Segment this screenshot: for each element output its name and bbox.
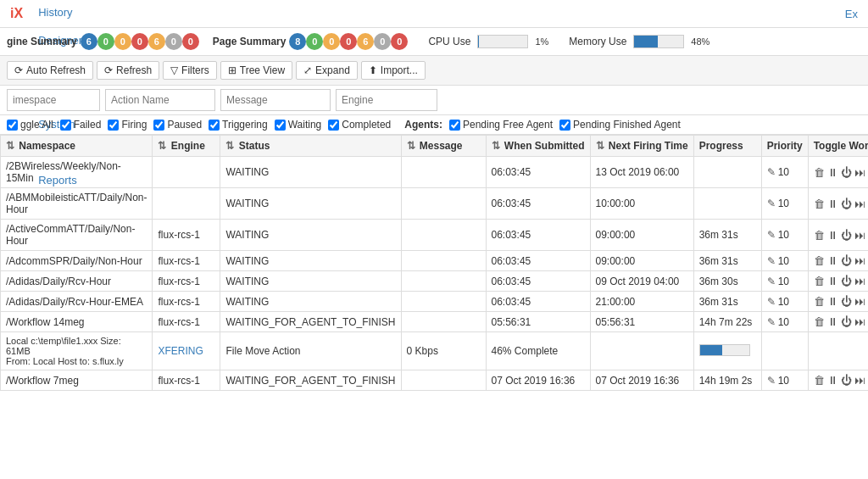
filters-button[interactable]: ▽ Filters — [163, 61, 217, 80]
message-filter[interactable] — [220, 89, 331, 111]
pause-icon[interactable]: ⏸ — [827, 166, 838, 179]
cell-submitted: 06:03:45 — [486, 251, 590, 271]
cell-status: WAITING — [220, 292, 401, 312]
page-badge: 0 — [306, 33, 323, 50]
pause-icon[interactable]: ⏸ — [827, 198, 838, 210]
edit-icon[interactable]: ✎ — [767, 316, 776, 328]
cell-engine: flux-rcs-1 — [153, 271, 220, 292]
priority-value: 10 — [778, 255, 789, 267]
memory-value: 48% — [691, 36, 709, 47]
power-icon[interactable]: ⏻ — [841, 254, 852, 267]
expand-button[interactable]: ⤢ Expand — [296, 61, 358, 80]
page-badge: 0 — [340, 33, 357, 50]
fast-forward-icon[interactable]: ⏭ — [854, 254, 865, 267]
power-icon[interactable]: ⏻ — [841, 198, 852, 210]
fast-forward-icon[interactable]: ⏭ — [854, 295, 865, 308]
delete-icon[interactable]: 🗑 — [814, 229, 825, 242]
completed-checkbox[interactable] — [328, 120, 339, 131]
nav-right-label[interactable]: Ex — [845, 8, 865, 20]
pause-icon[interactable]: ⏸ — [827, 315, 838, 328]
pause-icon[interactable]: ⏸ — [827, 275, 838, 287]
refresh-button[interactable]: ⟳ Refresh — [97, 61, 159, 80]
col-header-firing[interactable]: ⇅ Next Firing Time — [590, 136, 693, 157]
namespace-filter[interactable] — [7, 89, 100, 111]
col-header-submitted[interactable]: ⇅ When Submitted — [486, 136, 590, 157]
triggering-label[interactable]: Triggering — [209, 119, 268, 131]
pause-icon[interactable]: ⏸ — [827, 295, 838, 308]
cell-firing: 09 Oct 2019 04:00 — [590, 271, 693, 292]
delete-icon[interactable]: 🗑 — [814, 374, 825, 387]
pending-free-agent-checkbox[interactable] — [449, 120, 460, 131]
failed-checkbox[interactable] — [60, 120, 71, 131]
toggle-all-checkbox[interactable] — [7, 120, 18, 131]
paused-label[interactable]: Paused — [153, 119, 202, 131]
fast-forward-icon[interactable]: ⏭ — [854, 166, 865, 179]
cell-progress: 36m 30s — [693, 271, 761, 292]
cell-engine — [153, 157, 220, 188]
fast-forward-icon[interactable]: ⏭ — [854, 275, 865, 287]
col-header-status[interactable]: ⇅ Status — [220, 136, 401, 157]
failed-label[interactable]: Failed — [60, 119, 102, 131]
delete-icon[interactable]: 🗑 — [814, 166, 825, 179]
waiting-label[interactable]: Waiting — [275, 119, 322, 131]
edit-icon[interactable]: ✎ — [767, 255, 776, 267]
firing-label[interactable]: Firing — [108, 119, 147, 131]
auto-refresh-button[interactable]: ⟳ Auto Refresh — [7, 61, 93, 80]
col-header-progress: Progress — [693, 136, 761, 157]
completed-label[interactable]: Completed — [328, 119, 391, 131]
edit-icon[interactable]: ✎ — [767, 296, 776, 308]
pending-finished-agent-label[interactable]: Pending Finished Agent — [559, 119, 681, 131]
paused-checkbox[interactable] — [153, 120, 164, 131]
pending-free-agent-label[interactable]: Pending Free Agent — [449, 119, 553, 131]
cell-firing: 10:00:00 — [590, 188, 693, 220]
fast-forward-icon[interactable]: ⏭ — [854, 315, 865, 328]
power-icon[interactable]: ⏻ — [841, 295, 852, 308]
fast-forward-icon[interactable]: ⏭ — [854, 229, 865, 242]
col-header-namespace[interactable]: ⇅ Namespace — [1, 136, 153, 157]
toggle-all-label[interactable]: ggle All — [7, 119, 53, 131]
pending-finished-agent-checkbox[interactable] — [559, 120, 570, 131]
cell-engine: flux-rcs-1 — [153, 292, 220, 312]
cell-firing: 09:00:00 — [590, 251, 693, 271]
power-icon[interactable]: ⏻ — [841, 374, 852, 387]
toolbar: ⟳ Auto Refresh ⟳ Refresh ▽ Filters ⊞ Tre… — [0, 56, 868, 86]
firing-checkbox[interactable] — [108, 120, 119, 131]
power-icon[interactable]: ⏻ — [841, 229, 852, 242]
col-header-message[interactable]: ⇅ Message — [401, 136, 486, 157]
xfering-link[interactable]: XFERING — [158, 345, 203, 357]
delete-icon[interactable]: 🗑 — [814, 254, 825, 267]
pause-icon[interactable]: ⏸ — [827, 374, 838, 387]
priority-value: 10 — [778, 166, 789, 178]
delete-icon[interactable]: 🗑 — [814, 275, 825, 287]
cell-engine[interactable]: XFERING — [153, 332, 220, 370]
xfering-namespace-text: Local c:\temp\file1.xxx Size: 61MB — [6, 336, 147, 356]
waiting-checkbox[interactable] — [275, 120, 286, 131]
triggering-checkbox[interactable] — [209, 120, 220, 131]
power-icon[interactable]: ⏻ — [841, 315, 852, 328]
cell-message — [401, 271, 486, 292]
import-button[interactable]: ⬆ Import... — [361, 61, 426, 80]
edit-icon[interactable]: ✎ — [767, 198, 776, 209]
action-filter[interactable] — [105, 89, 215, 111]
pause-icon[interactable]: ⏸ — [827, 254, 838, 267]
engine-filter[interactable] — [336, 89, 437, 111]
power-icon[interactable]: ⏻ — [841, 275, 852, 287]
cpu-bar-fill — [478, 36, 479, 47]
nav-item-history[interactable]: History — [30, 0, 104, 28]
fast-forward-icon[interactable]: ⏭ — [854, 374, 865, 387]
edit-icon[interactable]: ✎ — [767, 166, 776, 178]
edit-icon[interactable]: ✎ — [767, 375, 776, 387]
col-header-engine[interactable]: ⇅ Engine — [153, 136, 220, 157]
delete-icon[interactable]: 🗑 — [814, 295, 825, 308]
delete-icon[interactable]: 🗑 — [814, 315, 825, 328]
edit-icon[interactable]: ✎ — [767, 229, 776, 241]
cpu-section: CPU Use 1% — [428, 35, 548, 48]
pause-icon[interactable]: ⏸ — [827, 229, 838, 242]
power-icon[interactable]: ⏻ — [841, 166, 852, 179]
edit-icon[interactable]: ✎ — [767, 276, 776, 287]
delete-icon[interactable]: 🗑 — [814, 198, 825, 210]
tree-view-button[interactable]: ⊞ Tree View — [220, 61, 292, 80]
fast-forward-icon[interactable]: ⏭ — [854, 198, 865, 210]
cell-namespace: /ActiveCommATT/Daily/Non-Hour — [1, 220, 153, 251]
cell-submitted: 06:03:45 — [486, 188, 590, 220]
